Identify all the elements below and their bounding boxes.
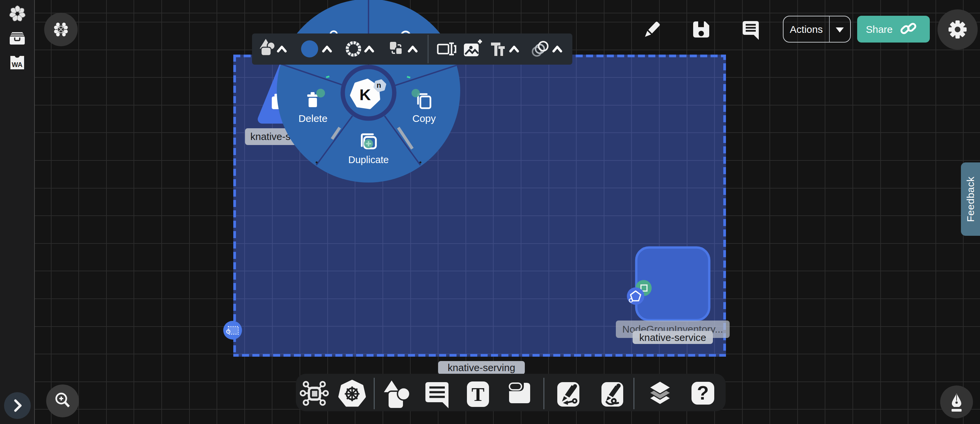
svg-text:?: ? xyxy=(697,382,708,403)
svg-text:T: T xyxy=(472,384,485,405)
svg-text:Share: Share xyxy=(866,24,892,35)
svg-text:WA: WA xyxy=(12,61,22,69)
svg-text:Delete: Delete xyxy=(299,113,328,124)
svg-text:Actions: Actions xyxy=(790,24,823,35)
svg-text:Duplicate: Duplicate xyxy=(348,155,389,165)
svg-text:n: n xyxy=(377,81,381,89)
svg-text:K: K xyxy=(360,86,371,104)
svg-text:Copy: Copy xyxy=(412,113,436,124)
